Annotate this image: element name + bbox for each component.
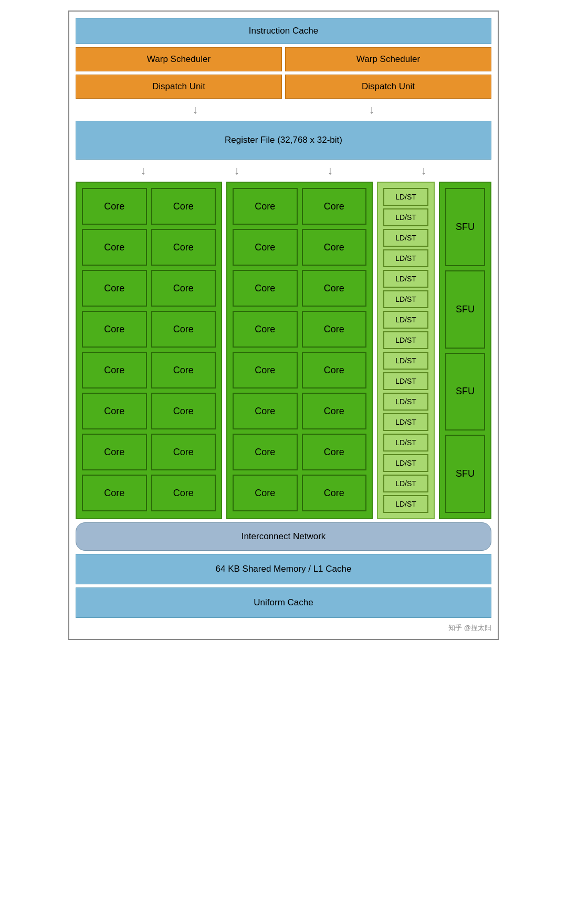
arrow-6: ↓ xyxy=(421,164,427,177)
ldst-10: LD/ST xyxy=(383,372,428,390)
core-1-5-b: Core xyxy=(151,352,216,388)
arrows-to-register: ↓ ↓ xyxy=(76,102,491,118)
arrows-to-grid: ↓ ↓ ↓ ↓ xyxy=(76,163,491,178)
core-2-4-b: Core xyxy=(302,311,367,348)
core-column-2: Core Core Core Core Core Core Core Core … xyxy=(226,182,373,519)
core-1-7-b: Core xyxy=(151,434,216,470)
dispatch-unit-2: Dispatch Unit xyxy=(285,75,491,99)
ldst-12: LD/ST xyxy=(383,413,428,431)
core-1-6-b: Core xyxy=(151,393,216,429)
ldst-15: LD/ST xyxy=(383,475,428,492)
core-2-7-a: Core xyxy=(233,434,298,470)
warp-scheduler-2: Warp Scheduler xyxy=(285,47,491,71)
core-1-2-b: Core xyxy=(151,229,216,266)
sfu-2: SFU xyxy=(445,270,485,349)
arrow-5: ↓ xyxy=(328,164,333,177)
core-1-2-a: Core xyxy=(82,229,147,266)
ldst-column: LD/ST LD/ST LD/ST LD/ST LD/ST LD/ST LD/S… xyxy=(377,182,435,519)
core-2-5-a: Core xyxy=(233,352,298,388)
ldst-4: LD/ST xyxy=(383,249,428,267)
arrow-1: ↓ xyxy=(193,103,198,117)
main-grid: Core Core Core Core Core Core Core Core … xyxy=(76,182,491,519)
warp-scheduler-row: Warp Scheduler Warp Scheduler xyxy=(76,47,491,71)
ldst-7: LD/ST xyxy=(383,311,428,329)
core-2-4-a: Core xyxy=(233,311,298,348)
core-pair-1-3: Core Core xyxy=(82,270,216,307)
core-pair-1-4: Core Core xyxy=(82,311,216,348)
core-2-5-b: Core xyxy=(302,352,367,388)
warp-scheduler-1: Warp Scheduler xyxy=(76,47,282,71)
core-pair-2-8: Core Core xyxy=(233,475,366,511)
arrow-3: ↓ xyxy=(141,164,146,177)
sfu-1: SFU xyxy=(445,188,485,266)
core-1-3-b: Core xyxy=(151,270,216,307)
ldst-16: LD/ST xyxy=(383,495,428,513)
core-2-2-a: Core xyxy=(233,229,298,266)
core-2-3-a: Core xyxy=(233,270,298,307)
core-pair-1-7: Core Core xyxy=(82,434,216,470)
diagram-container: Instruction Cache Warp Scheduler Warp Sc… xyxy=(68,10,499,640)
ldst-13: LD/ST xyxy=(383,434,428,452)
sfu-column: SFU SFU SFU SFU xyxy=(439,182,491,519)
core-1-8-a: Core xyxy=(82,475,147,511)
sfu-3: SFU xyxy=(445,353,485,431)
core-pair-2-6: Core Core xyxy=(233,393,366,429)
ldst-8: LD/ST xyxy=(383,331,428,349)
dispatch-unit-row: Dispatch Unit Dispatch Unit xyxy=(76,75,491,99)
ldst-3: LD/ST xyxy=(383,229,428,247)
core-1-5-a: Core xyxy=(82,352,147,388)
core-1-6-a: Core xyxy=(82,393,147,429)
ldst-1: LD/ST xyxy=(383,188,428,206)
ldst-6: LD/ST xyxy=(383,290,428,308)
arrow-2: ↓ xyxy=(369,103,375,117)
core-2-8-a: Core xyxy=(233,475,298,511)
core-2-2-b: Core xyxy=(302,229,367,266)
sfu-4: SFU xyxy=(445,435,485,513)
instruction-cache: Instruction Cache xyxy=(76,18,491,44)
ldst-5: LD/ST xyxy=(383,270,428,288)
core-2-1-a: Core xyxy=(233,188,298,225)
core-pair-2-2: Core Core xyxy=(233,229,366,266)
core-pair-2-7: Core Core xyxy=(233,434,366,470)
core-1-1-b: Core xyxy=(151,188,216,225)
core-pair-1-8: Core Core xyxy=(82,475,216,511)
ldst-9: LD/ST xyxy=(383,352,428,370)
core-pair-1-6: Core Core xyxy=(82,393,216,429)
core-column-1: Core Core Core Core Core Core Core Core … xyxy=(76,182,222,519)
core-1-4-a: Core xyxy=(82,311,147,348)
arrow-4: ↓ xyxy=(234,164,240,177)
watermark: 知乎 @捏太阳 xyxy=(76,621,491,633)
core-2-6-b: Core xyxy=(302,393,367,429)
core-pair-1-1: Core Core xyxy=(82,188,216,225)
core-pair-1-2: Core Core xyxy=(82,229,216,266)
uniform-cache: Uniform Cache xyxy=(76,587,491,618)
core-1-3-a: Core xyxy=(82,270,147,307)
core-1-4-b: Core xyxy=(151,311,216,348)
core-2-6-a: Core xyxy=(233,393,298,429)
core-pair-2-3: Core Core xyxy=(233,270,366,307)
ldst-2: LD/ST xyxy=(383,208,428,226)
ldst-14: LD/ST xyxy=(383,454,428,472)
core-pair-1-5: Core Core xyxy=(82,352,216,388)
ldst-11: LD/ST xyxy=(383,393,428,411)
core-2-7-b: Core xyxy=(302,434,367,470)
register-file: Register File (32,768 x 32-bit) xyxy=(76,121,491,160)
core-2-1-b: Core xyxy=(302,188,367,225)
core-pair-2-4: Core Core xyxy=(233,311,366,348)
core-1-8-b: Core xyxy=(151,475,216,511)
core-1-1-a: Core xyxy=(82,188,147,225)
core-2-3-b: Core xyxy=(302,270,367,307)
core-pair-2-5: Core Core xyxy=(233,352,366,388)
core-2-8-b: Core xyxy=(302,475,367,511)
core-pair-2-1: Core Core xyxy=(233,188,366,225)
shared-memory: 64 KB Shared Memory / L1 Cache xyxy=(76,554,491,584)
core-1-7-a: Core xyxy=(82,434,147,470)
dispatch-unit-1: Dispatch Unit xyxy=(76,75,282,99)
interconnect-network: Interconnect Network xyxy=(76,522,491,551)
